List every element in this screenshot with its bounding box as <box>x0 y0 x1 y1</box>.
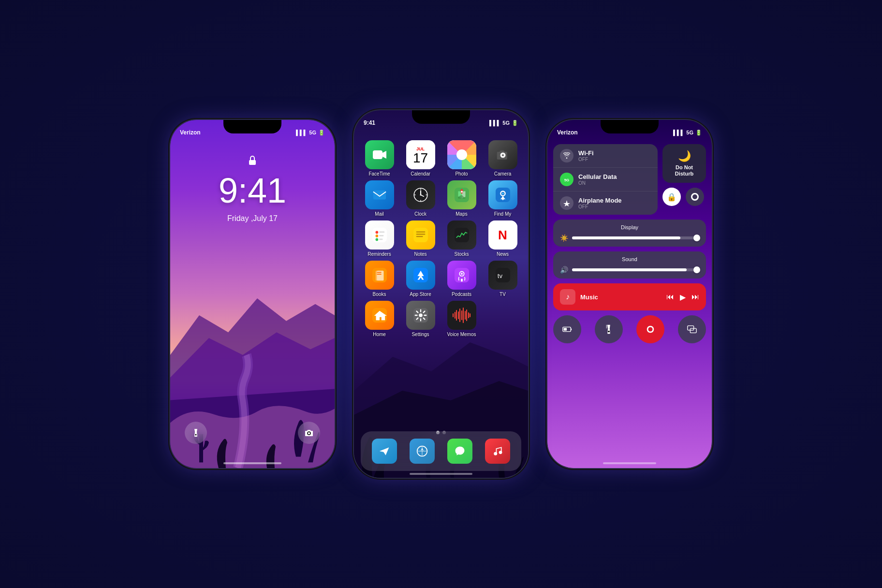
phone-lock: Verizon ▌▌▌ 5G 🔋 9:41 Friday ,July 17 <box>170 120 335 468</box>
svg-rect-28 <box>379 232 384 233</box>
lock-signal-bars: ▌▌▌ <box>296 130 307 135</box>
airplane-text: Airplane Mode OFF <box>578 197 651 209</box>
cc-battery-icon: 🔋 <box>695 130 702 136</box>
sound-section: Sound 🔊 <box>553 251 706 279</box>
app-stocks[interactable]: Stocks <box>443 220 480 257</box>
svg-point-58 <box>499 451 502 454</box>
music-forward-button[interactable]: ⏭ <box>691 293 699 302</box>
home-network: 5G <box>502 120 510 126</box>
app-home[interactable]: Home <box>361 301 398 337</box>
lock-notch <box>223 120 281 133</box>
lock-camera-button[interactable] <box>298 422 320 444</box>
record-button[interactable] <box>636 315 664 343</box>
wifi-icon <box>560 149 573 162</box>
svg-point-25 <box>502 192 504 194</box>
cc-carrier: Verizon <box>557 129 578 136</box>
cellular-toggle[interactable]: 5G Cellular Data ON <box>553 168 658 191</box>
volume-track[interactable] <box>572 268 699 271</box>
home-battery-icon: 🔋 <box>512 120 518 126</box>
svg-rect-62 <box>564 328 567 331</box>
display-section: Display ☀️ <box>553 220 706 247</box>
dock-app-messages[interactable] <box>447 439 472 464</box>
app-calendar[interactable]: JUL 17 Calendar <box>402 140 439 176</box>
svg-point-46 <box>461 273 463 275</box>
cc-status-icons: ▌▌▌ 5G 🔋 <box>673 130 702 136</box>
svg-rect-33 <box>413 228 428 242</box>
svg-rect-42 <box>377 274 381 275</box>
lock-flashlight-button[interactable] <box>185 422 207 444</box>
app-maps[interactable]: Maps <box>443 180 480 217</box>
svg-rect-34 <box>416 232 425 233</box>
svg-text:tv: tv <box>497 272 502 279</box>
cc-bottom-row <box>553 315 706 343</box>
lock-home-indicator[interactable] <box>223 462 281 464</box>
app-notes[interactable]: Notes <box>402 220 439 257</box>
app-appstore[interactable]: App Store <box>402 261 439 297</box>
dock-app-telegram[interactable] <box>372 439 397 464</box>
dock <box>361 431 521 471</box>
svg-point-57 <box>494 452 497 456</box>
cc-right-top: 🌙 Do Not Disturb 🔒 <box>662 144 706 215</box>
phone-control: Verizon ▌▌▌ 5G 🔋 <box>547 120 712 468</box>
app-findmy[interactable]: Find My <box>484 180 521 217</box>
app-reminders[interactable]: Reminders <box>361 220 398 257</box>
dnd-label: Do Not Disturb <box>667 164 701 177</box>
cc-signal-bars: ▌▌▌ <box>673 130 684 135</box>
cc-home-indicator[interactable] <box>603 462 656 464</box>
control-center-panel: Wi-Fi OFF 5G Cel <box>553 144 706 343</box>
cellular-icon: 5G <box>560 173 573 186</box>
volume-thumb[interactable] <box>693 266 700 273</box>
dnd-tile[interactable]: 🌙 Do Not Disturb <box>662 144 706 183</box>
svg-point-27 <box>375 231 378 234</box>
music-app-icon: ♪ <box>560 289 575 305</box>
lock-status-icons: ▌▌▌ 5G 🔋 <box>296 130 325 136</box>
screen-record-button[interactable] <box>686 188 704 206</box>
lock-time: 9:41 <box>219 171 286 210</box>
cc-circle-buttons: 🔒 <box>662 188 706 206</box>
app-news[interactable]: N News <box>484 220 521 257</box>
svg-rect-36 <box>416 236 423 237</box>
phone-home: 9:41 ▌▌▌ 5G 🔋 FaceTime <box>354 110 528 478</box>
brightness-track[interactable] <box>572 236 699 239</box>
app-books[interactable]: Books <box>361 261 398 297</box>
portrait-lock-button[interactable]: 🔒 <box>662 188 681 206</box>
flashlight-button[interactable] <box>595 315 623 343</box>
display-slider[interactable]: ☀️ <box>560 234 699 242</box>
app-podcasts[interactable]: Podcasts <box>443 261 480 297</box>
airplane-icon <box>560 196 573 210</box>
app-photos[interactable]: Photo <box>443 140 480 176</box>
airplane-toggle[interactable]: Airplane Mode OFF <box>553 191 658 215</box>
dock-app-safari[interactable] <box>410 439 435 464</box>
app-facetime[interactable]: FaceTime <box>361 140 398 176</box>
brightness-thumb[interactable] <box>693 235 700 241</box>
svg-rect-61 <box>571 328 572 330</box>
volume-icon: 🔊 <box>560 266 568 274</box>
home-screen-indicator[interactable] <box>410 473 472 475</box>
app-settings[interactable]: Settings <box>402 301 439 337</box>
battery-icon-button[interactable] <box>553 315 581 343</box>
home-notch <box>412 110 470 124</box>
app-clock[interactable]: Clock <box>402 180 439 217</box>
volume-fill <box>572 268 687 271</box>
svg-rect-41 <box>377 272 381 273</box>
wifi-toggle[interactable]: Wi-Fi OFF <box>553 144 658 168</box>
music-rewind-button[interactable]: ⏮ <box>666 293 674 302</box>
app-voicememos[interactable]: Voice Memos <box>443 301 480 337</box>
home-time: 9:41 <box>364 119 375 126</box>
screen-mirror-button[interactable] <box>678 315 706 343</box>
dock-app-music[interactable] <box>485 439 510 464</box>
svg-rect-4 <box>249 160 256 165</box>
sound-label: Sound <box>560 256 699 262</box>
app-camera[interactable]: Camera <box>484 140 521 176</box>
svg-rect-9 <box>373 150 382 159</box>
volume-slider[interactable]: 🔊 <box>560 266 699 274</box>
cc-notch <box>601 120 659 133</box>
music-play-button[interactable]: ▶ <box>680 293 686 302</box>
lock-battery-icon: 🔋 <box>318 130 325 136</box>
svg-point-31 <box>375 238 378 241</box>
music-app-label: Music <box>580 294 666 301</box>
svg-marker-64 <box>606 325 608 328</box>
app-mail[interactable]: Mail <box>361 180 398 217</box>
music-controls: ⏮ ▶ ⏭ <box>666 293 699 302</box>
app-appletv[interactable]: tv TV <box>484 261 521 297</box>
